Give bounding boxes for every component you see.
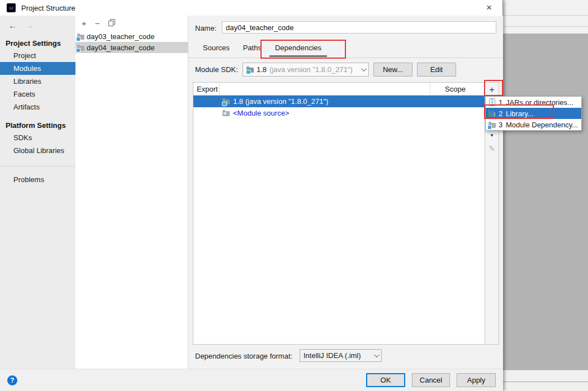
menu-item-label: JARs or directories... [506,98,573,107]
module-icon [77,46,84,51]
back-arrow-icon[interactable]: ← [8,21,17,30]
menu-item-label: Library... [506,109,534,118]
folder-icon [222,111,230,116]
dependency-label: <Module source> [233,109,289,117]
sidebar-item-project[interactable]: Project [0,49,75,62]
module-sdk-select[interactable]: 1.8 (java version "1.8.0_271") [243,63,369,77]
sidebar-item-facets[interactable]: Facets [0,88,75,101]
add-dependency-popup: 1 JARs or directories... 2 Library... 3 … [485,96,582,131]
help-icon[interactable]: ? [7,375,17,385]
ok-button[interactable]: OK [366,373,405,387]
edit-pencil-icon[interactable]: ✎ [485,144,499,153]
module-name: day03_teacher_code [87,32,154,41]
dialog-title: Project Structure [21,4,75,12]
sidebar-item-modules[interactable]: Modules [0,62,75,75]
jar-icon [487,98,496,106]
module-icon [77,35,84,40]
sidebar-item-global-libraries[interactable]: Global Libraries [0,144,75,157]
intellij-logo-icon: IJ [7,3,16,12]
module-list-panel: + − day03_teacher_code day04_teacher_cod… [75,16,188,369]
module-sdk-label: Module SDK: [195,65,238,74]
list-item[interactable]: day04_teacher_code [75,42,188,53]
chevron-down-icon [361,66,367,71]
table-row[interactable]: <Module source> [193,107,485,119]
move-down-icon[interactable]: ▼ [485,133,499,138]
module-list-toolbar: + − [75,16,188,31]
menu-item-module-dependency[interactable]: 3 Module Dependency... [486,119,581,130]
dialog-titlebar: IJ Project Structure × [0,0,502,16]
module-name-input[interactable] [222,21,496,34]
chevron-down-icon [374,352,380,357]
sidebar-item-sdks[interactable]: SDKs [0,131,75,144]
forward-arrow-icon[interactable]: → [26,21,34,30]
ide-background-line [503,382,588,382]
menu-item-label: Module Dependency... [506,121,578,129]
group-title-platform-settings: Platform Settings [0,113,75,131]
new-sdk-button[interactable]: New... [373,63,412,77]
sdk-version-detail: (java version "1.8.0_271") [269,65,353,74]
menu-item-number: 2 [497,109,504,118]
add-dependency-button[interactable]: + [485,83,499,97]
ide-background-line [503,15,588,16]
apply-button[interactable]: Apply [457,373,496,387]
cancel-button[interactable]: Cancel [412,373,450,387]
sdk-icon [222,99,230,104]
ide-background-statusbar [503,370,588,391]
ide-background-line [503,26,588,27]
column-scope: Scope [430,83,485,95]
menu-item-number: 3 [497,121,504,129]
table-row[interactable]: 1.8 (java version "1.8.0_271") [193,96,485,107]
dependency-label: 1.8 (java version "1.8.0_271") [233,97,328,106]
remove-module-icon[interactable]: − [95,19,100,27]
module-editor-panel: Name: Sources Paths Dependencies Module … [188,16,503,369]
ide-background-top [503,0,588,34]
table-header: Export Scope [193,83,485,96]
column-export: Export [193,83,220,95]
list-item[interactable]: day03_teacher_code [75,31,188,42]
edit-sdk-button[interactable]: Edit [417,63,456,77]
library-icon [487,110,496,117]
column-items [220,83,430,95]
tab-dependencies[interactable]: Dependencies [268,40,328,57]
tabs-separator [188,58,503,58]
tab-paths[interactable]: Paths [236,40,268,57]
storage-format-value: IntelliJ IDEA (.iml) [304,351,361,360]
sidebar-item-artifacts[interactable]: Artifacts [0,101,75,113]
sidebar-item-problems[interactable]: Problems [0,173,75,186]
sdk-icon [246,68,254,73]
dependencies-table: Export Scope 1.8 (java version "1.8.0_27… [193,82,485,345]
sdk-version: 1.8 [257,65,267,74]
project-structure-dialog: IJ Project Structure × ← → Project Setti… [0,0,503,391]
name-label: Name: [195,24,216,32]
tab-sources[interactable]: Sources [196,40,236,57]
module-icon [487,122,496,128]
dialog-footer: ? OK Cancel Apply [0,369,503,391]
copy-module-icon[interactable] [108,19,116,27]
add-module-icon[interactable]: + [82,19,87,27]
screen: IJ Project Structure × ← → Project Setti… [0,0,588,391]
close-icon[interactable]: × [483,2,495,13]
menu-item-number: 1 [497,98,504,107]
group-title-project-settings: Project Settings [0,31,75,49]
storage-format-label: Dependencies storage format: [195,352,292,360]
menu-item-library[interactable]: 2 Library... [486,108,581,119]
settings-sidebar: ← → Project Settings Project Modules Lib… [0,16,75,369]
sidebar-item-libraries[interactable]: Libraries [0,75,75,88]
module-tabs: Sources Paths Dependencies [196,40,328,57]
menu-item-jars[interactable]: 1 JARs or directories... [486,97,581,108]
storage-format-select[interactable]: IntelliJ IDEA (.iml) [300,349,382,362]
sidebar-divider [0,166,75,166]
module-name: day04_teacher_code [87,44,154,52]
